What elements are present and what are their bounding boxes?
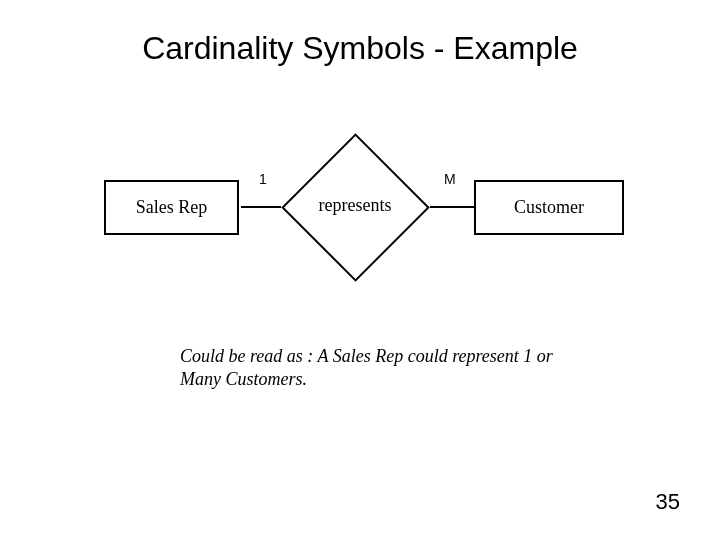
connector-left: [241, 206, 281, 208]
connector-right: [430, 206, 474, 208]
slide-title: Cardinality Symbols - Example: [0, 30, 720, 67]
entity-customer: Customer: [474, 180, 624, 235]
cardinality-right: M: [444, 171, 456, 187]
er-diagram: Sales Rep 1 represents M Customer: [104, 155, 624, 265]
cardinality-left: 1: [259, 171, 267, 187]
entity-right-label: Customer: [514, 197, 584, 218]
diagram-caption: Could be read as : A Sales Rep could rep…: [180, 345, 580, 392]
relationship-label: represents: [285, 195, 425, 216]
page-number: 35: [656, 489, 680, 515]
entity-sales-rep: Sales Rep: [104, 180, 239, 235]
entity-left-label: Sales Rep: [136, 197, 208, 218]
